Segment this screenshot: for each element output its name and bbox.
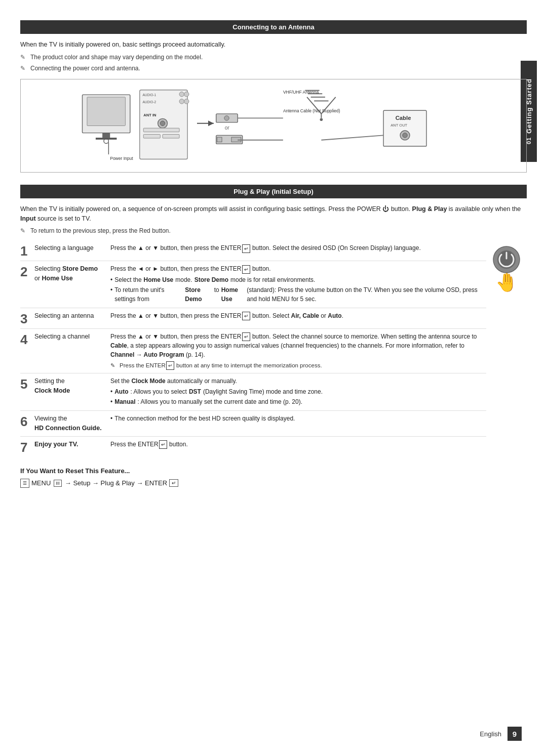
enter-icon-3: ↵: [242, 312, 250, 320]
plug-intro-bold: Plug & Play: [412, 205, 447, 213]
step5-bullet1: Auto: Allows you to select DST (Daylight…: [110, 387, 486, 396]
svg-rect-2: [102, 133, 110, 137]
step-title-5: Setting theClock Mode: [34, 376, 110, 396]
svg-text:Antenna Cable (Not Supplied): Antenna Cable (Not Supplied): [283, 108, 340, 113]
step-row-1: 1 Selecting a language Press the ▲ or ▼ …: [20, 240, 486, 261]
step-num-1: 1: [20, 243, 34, 258]
svg-rect-18: [163, 134, 179, 138]
svg-text:AUDIO-1: AUDIO-1: [142, 93, 156, 97]
step4-note: Press the ENTER↵ button at any time to i…: [110, 361, 486, 370]
step-content-1: Press the ▲ or ▼ button, then press the …: [110, 243, 486, 253]
svg-point-20: [224, 115, 229, 120]
footer-page: 9: [507, 727, 522, 741]
step-content-4: Press the ▲ or ▼ button, then press the …: [110, 332, 486, 370]
plug-header: Plug & Play (Initial Setup): [20, 185, 527, 198]
svg-point-15: [160, 121, 165, 125]
step-num-4: 4: [20, 332, 34, 346]
antenna-diagram: Power Input AUDIO-1 AUDIO-2 ANT IN: [20, 79, 527, 173]
antenna-note2: Connecting the power cord and antenna.: [20, 64, 527, 73]
svg-text:or: or: [225, 125, 230, 131]
menu-icon: ☰: [20, 479, 29, 488]
step-title-2: Selecting Store Demoor Home Use: [34, 264, 110, 283]
page-footer: English 9: [25, 727, 522, 741]
svg-rect-1: [87, 97, 126, 126]
svg-rect-23: [231, 137, 241, 142]
footer-lang: English: [480, 730, 501, 738]
enter-icon-7: ↵: [159, 440, 167, 449]
svg-rect-17: [143, 134, 160, 138]
step-row-7: 7 Enjoy your TV. Press the ENTER↵ button…: [20, 437, 486, 457]
menu-path-rest: → Setup → Plug & Play → ENTER: [65, 479, 167, 487]
antenna-intro: When the TV is initially powered on, bas…: [20, 40, 527, 50]
step-content-5: Set the Clock Mode automatically or manu…: [110, 376, 486, 407]
step-row-6: 6 Viewing theHD Connection Guide. The co…: [20, 411, 486, 437]
step-title-1: Selecting a language: [34, 243, 110, 253]
power-sym: ⏻: [382, 205, 390, 213]
step-num-2: 2: [20, 264, 34, 278]
menu-path-label: MENU: [31, 479, 51, 487]
step5-bullet2: Manual: Allows you to manually set the c…: [110, 397, 486, 406]
step-row-2: 2 Selecting Store Demoor Home Use Press …: [20, 261, 486, 308]
reset-title: If You Want to Reset This Feature...: [20, 467, 527, 475]
steps-container: 1 Selecting a language Press the ▲ or ▼ …: [20, 240, 527, 457]
step-content-2: Press the ◄ or ► button, then press the …: [110, 264, 486, 304]
step-row-4: 4 Selecting a channel Press the ▲ or ▼ b…: [20, 329, 486, 374]
svg-rect-22: [217, 137, 222, 142]
svg-point-41: [403, 133, 407, 137]
step-content-3: Press the ▲ or ▼ button, then press the …: [110, 311, 486, 320]
step-content-7: Press the ENTER↵ button.: [110, 440, 486, 449]
step-title-4: Selecting a channel: [34, 332, 110, 342]
svg-text:ANT IN: ANT IN: [143, 112, 156, 117]
step-content-6: The connection method for the best HD sc…: [110, 414, 486, 424]
step-row-5: 5 Setting theClock Mode Set the Clock Mo…: [20, 373, 486, 411]
enter-final: ↵: [169, 479, 178, 487]
power-illustration: 🤚: [486, 240, 527, 457]
step-num-3: 3: [20, 311, 34, 325]
plug-section: Plug & Play (Initial Setup) When the TV …: [20, 185, 527, 488]
step6-bullet1: The connection method for the best HD sc…: [110, 414, 486, 423]
svg-point-12: [184, 99, 189, 103]
svg-text:ANT OUT: ANT OUT: [390, 123, 407, 128]
plug-intro: When the TV is initially powered on, a s…: [20, 204, 527, 224]
power-btn-svg: [491, 245, 522, 276]
enter-icon-1: ↵: [242, 244, 250, 253]
step-title-6: Viewing theHD Connection Guide.: [34, 414, 110, 433]
plug-note: To return to the previous step, press th…: [20, 226, 527, 235]
plug-intro-text3: is available only when the: [449, 205, 521, 213]
step-title-3: Selecting an antenna: [34, 311, 110, 321]
svg-point-34: [320, 118, 323, 121]
svg-text:AUDIO-2: AUDIO-2: [142, 100, 156, 104]
svg-line-42: [321, 135, 383, 140]
antenna-section: Connecting to an Antenna When the TV is …: [20, 20, 527, 173]
svg-text:Cable: Cable: [396, 115, 411, 121]
plug-intro-text4: source is set to TV.: [37, 215, 91, 222]
svg-point-8: [179, 92, 184, 96]
step2-bullet2: To return the unit's settings from Store…: [110, 285, 486, 304]
step2-bullet1: Select the Home Use mode. Store Demo mod…: [110, 275, 486, 284]
antenna-note1: The product color and shape may vary dep…: [20, 53, 527, 62]
power-btn-container: [491, 245, 522, 276]
page-container: 01 Getting Started Connecting to an Ante…: [10, 0, 537, 498]
step-num-6: 6: [20, 414, 34, 428]
antenna-header: Connecting to an Antenna: [20, 20, 527, 34]
menu-box: III: [54, 480, 62, 487]
enter-icon-2: ↵: [242, 265, 250, 274]
plug-intro-text2: button.: [391, 205, 412, 213]
svg-rect-16: [143, 128, 179, 132]
step-title-7: Enjoy your TV.: [34, 440, 110, 449]
steps-table: 1 Selecting a language Press the ▲ or ▼ …: [20, 240, 486, 457]
step5-sub: Auto: Allows you to select DST (Daylight…: [110, 387, 486, 406]
enter-icon-4n: ↵: [166, 361, 174, 370]
svg-text:Power Input: Power Input: [110, 156, 133, 161]
step2-sub: Select the Home Use mode. Store Demo mod…: [110, 275, 486, 304]
step-num-7: 7: [20, 440, 34, 454]
svg-point-11: [179, 99, 184, 103]
step-row-3: 3 Selecting an antenna Press the ▲ or ▼ …: [20, 308, 486, 329]
enter-icon-4: ↵: [242, 332, 250, 341]
svg-point-9: [184, 92, 189, 96]
diagram-svg: Power Input AUDIO-1 AUDIO-2 ANT IN: [29, 88, 518, 164]
svg-text:VHF/UHF Antenna: VHF/UHF Antenna: [283, 90, 319, 95]
step-num-5: 5: [20, 376, 34, 391]
menu-path: ☰ MENU III → Setup → Plug & Play → ENTER…: [20, 479, 527, 488]
plug-intro-input: Input: [20, 215, 36, 222]
